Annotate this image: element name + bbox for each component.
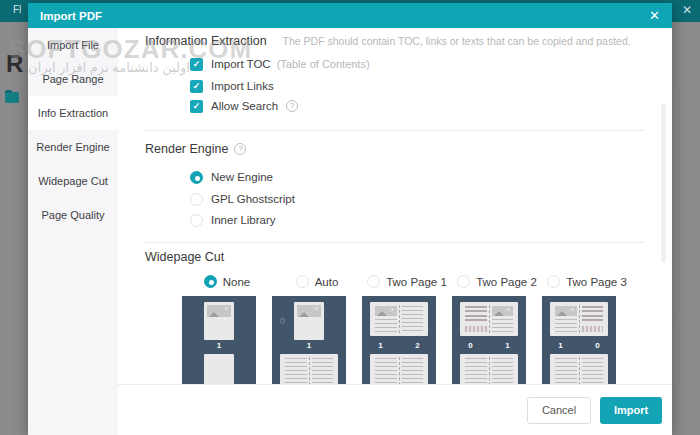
page-number: 1: [362, 341, 399, 350]
import-pdf-dialog: Import PDF ✕ Import FilePage RangeInfo E…: [28, 3, 672, 435]
dialog-title: Import PDF: [40, 10, 102, 22]
scrollbar[interactable]: [661, 103, 666, 263]
preview-page-top: [460, 302, 518, 336]
checkbox-label: Allow Search: [211, 100, 278, 112]
text-lines: [492, 319, 514, 332]
dialog-content: Information Extraction The PDF should co…: [118, 28, 672, 435]
section-render-engine-title: Render Engine ?: [145, 142, 246, 156]
radio-icon[interactable]: [547, 275, 560, 288]
page-numbers: 12: [362, 341, 436, 350]
radio-icon[interactable]: [190, 171, 203, 184]
preview-page-top: [204, 302, 234, 340]
app-close-icon[interactable]: ✕: [682, 3, 692, 17]
sidebar-item-widepage-cut[interactable]: Widepage Cut: [28, 164, 118, 198]
dialog-footer: Cancel Import: [118, 384, 672, 435]
background-heading-letter: R: [6, 50, 23, 78]
radio-icon[interactable]: [296, 275, 309, 288]
radio-label: Two Page 2: [476, 276, 537, 288]
page-number: 1: [542, 341, 579, 350]
sidebar-item-label: Page Quality: [42, 209, 105, 221]
radio-icon[interactable]: [367, 275, 380, 288]
table-placeholder: [465, 326, 487, 332]
page-numbers: 1: [272, 341, 346, 350]
section-note: The PDF should contain TOC, links or tex…: [283, 35, 631, 47]
image-placeholder: [207, 305, 231, 317]
radio-label: Auto: [315, 276, 339, 288]
section-info-extraction-title: Information Extraction The PDF should co…: [145, 34, 631, 48]
img-half: [489, 305, 516, 333]
widepage-option-auto[interactable]: Auto: [272, 275, 362, 288]
radio-icon[interactable]: [457, 275, 470, 288]
divider: [145, 130, 644, 131]
radio-row-new-engine[interactable]: New Engine: [190, 167, 273, 187]
image-placeholder: [297, 305, 321, 317]
image-placeholder: [492, 306, 514, 316]
dimmed-panel-edge: [679, 325, 680, 385]
page-number: 0: [452, 341, 489, 350]
checkbox-label: Import TOC: [211, 58, 271, 70]
ghost-page-number: 0: [280, 316, 285, 326]
img-half: [373, 305, 399, 333]
radio-icon[interactable]: [190, 193, 203, 206]
page-number: 1: [489, 341, 526, 350]
help-icon[interactable]: ?: [286, 100, 298, 112]
sidebar-item-label: Widepage Cut: [38, 175, 108, 187]
preview-page-top: [370, 302, 428, 336]
radio-icon[interactable]: [204, 275, 217, 288]
radio-label: Two Page 3: [566, 276, 627, 288]
sidebar-item-label: Info Extraction: [38, 107, 108, 119]
sidebar-item-label: Import File: [47, 39, 99, 51]
checkbox-row-import-toc[interactable]: ✓Import TOC(Table of Contents): [190, 54, 370, 74]
divider: [145, 242, 644, 243]
checkbox-row-allow-search[interactable]: ✓Allow Search?: [190, 96, 298, 116]
sidebar-item-page-quality[interactable]: Page Quality: [28, 198, 118, 232]
close-icon[interactable]: ✕: [649, 9, 660, 22]
image-placeholder: [375, 306, 397, 316]
widepage-option-two-page-3[interactable]: Two Page 3: [542, 275, 632, 288]
img-half: [553, 305, 579, 333]
page-numbers: 1: [182, 341, 256, 350]
sidebar-item-import-file[interactable]: Import File: [28, 28, 118, 62]
radio-label: GPL Ghostscript: [211, 193, 295, 205]
text-lines: [402, 306, 424, 332]
dimmed-panel-edge: [679, 88, 680, 313]
radio-label: Two Page 1: [386, 276, 447, 288]
help-icon[interactable]: ?: [234, 143, 246, 155]
checkbox-row-import-links[interactable]: ✓Import Links: [190, 76, 274, 96]
app-title: Fl: [13, 4, 21, 15]
radio-label: Inner Library: [211, 214, 276, 226]
table-placeholder: [582, 326, 604, 332]
sidebar-item-info-extraction[interactable]: Info Extraction: [28, 96, 118, 130]
preview-page-top: [294, 302, 324, 340]
folder-icon: [5, 92, 19, 103]
radio-icon[interactable]: [190, 214, 203, 227]
sidebar-item-page-range[interactable]: Page Range: [28, 62, 118, 96]
sidebar-item-label: Page Range: [42, 73, 103, 85]
widepage-option-two-page-1[interactable]: Two Page 1: [362, 275, 452, 288]
widepage-option-group: NoneAutoTwo Page 1Two Page 2Two Page 3: [182, 275, 632, 288]
radio-row-gpl-ghostscript[interactable]: GPL Ghostscript: [190, 189, 295, 209]
radio-row-inner-library[interactable]: Inner Library: [190, 210, 276, 230]
preview-page-top: [550, 302, 608, 336]
text-lines: [375, 319, 397, 332]
widepage-option-two-page-2[interactable]: Two Page 2: [452, 275, 542, 288]
checkbox-icon[interactable]: ✓: [190, 58, 203, 71]
checkbox-icon[interactable]: ✓: [190, 80, 203, 93]
sidebar-item-render-engine[interactable]: Render Engine: [28, 130, 118, 164]
dialog-header: Import PDF ✕: [28, 3, 672, 28]
sidebar: Import FilePage RangeInfo ExtractionRend…: [28, 28, 118, 435]
checkbox-icon[interactable]: ✓: [190, 100, 203, 113]
page-number: 0: [579, 341, 616, 350]
checkbox-suffix: (Table of Contents): [277, 58, 370, 70]
section-widepage-cut-title: Widepage Cut: [145, 250, 224, 264]
cancel-button[interactable]: Cancel: [527, 397, 591, 424]
widepage-option-none[interactable]: None: [182, 275, 272, 288]
radio-label: New Engine: [211, 171, 273, 183]
wavy-text-lines: [465, 306, 487, 323]
import-button[interactable]: Import: [600, 397, 662, 424]
image-placeholder: [555, 306, 577, 316]
checkbox-label: Import Links: [211, 80, 274, 92]
page-numbers: 01: [452, 341, 526, 350]
radio-label: None: [223, 276, 251, 288]
page-number: 1: [272, 341, 346, 350]
